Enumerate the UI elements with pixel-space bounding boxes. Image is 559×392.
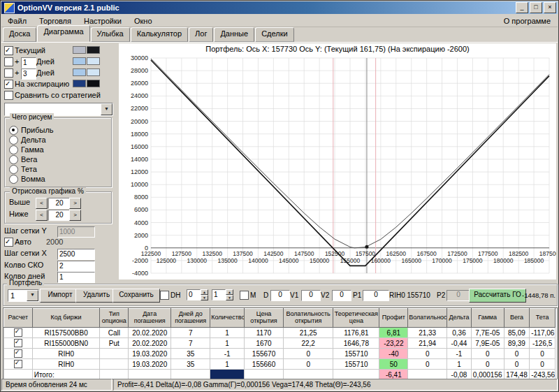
table-cell[interactable] [100, 359, 129, 370]
radio-vomma[interactable] [9, 175, 18, 184]
table-cell[interactable]: -0,08 [447, 370, 472, 380]
row-calc-cell[interactable] [4, 349, 33, 359]
table-cell[interactable]: 85,09 [504, 328, 530, 338]
grid-step-x-input[interactable]: 2500 [57, 249, 95, 260]
radio-profit[interactable] [9, 126, 18, 135]
table-cell[interactable]: 22,2 [284, 338, 333, 349]
table-cell[interactable] [245, 370, 284, 380]
cko-count-input[interactable]: 2 [57, 261, 95, 272]
column-header[interactable]: Вега [504, 309, 530, 328]
table-cell[interactable]: 6,81 [379, 328, 408, 338]
compare-strategy-checkbox[interactable] [4, 91, 13, 100]
chevron-down-icon[interactable]: ▼ [101, 103, 112, 115]
row-checkbox[interactable] [14, 360, 22, 368]
v2-input[interactable]: 0 [332, 290, 351, 301]
below-increase-button[interactable]: > [69, 210, 81, 221]
p2-input[interactable]: 0 [447, 290, 470, 301]
close-button[interactable]: × [544, 2, 556, 13]
table-cell[interactable]: 20.02.2020 [129, 338, 171, 349]
table-cell[interactable]: 0 [504, 359, 530, 370]
chevron-down-icon[interactable]: ▼ [27, 290, 38, 301]
table-cell[interactable]: 1176,81 [333, 328, 379, 338]
plus1-days-input[interactable]: 1 [21, 57, 36, 68]
plus3-checkbox[interactable] [4, 68, 13, 78]
table-cell[interactable] [333, 370, 379, 380]
table-cell[interactable]: 155660 [245, 359, 284, 370]
radio-vega[interactable] [9, 155, 18, 164]
table-cell[interactable]: 19.03.2020 [129, 349, 171, 359]
spin-up-icon[interactable]: ▲ [201, 289, 208, 295]
table-cell[interactable]: 35 [171, 349, 210, 359]
table-cell[interactable]: 1 [210, 338, 245, 349]
column-header[interactable]: Теоретическая цена [333, 309, 379, 328]
table-cell[interactable]: 7 [171, 328, 210, 338]
m-checkbox[interactable] [240, 291, 249, 300]
payoff-chart[interactable]: -4000-2000020004000600080001000012000140… [119, 55, 556, 279]
import-button[interactable]: Импорт [40, 289, 80, 303]
spinner-2[interactable]: 1 ▲▼ [212, 289, 233, 300]
plus1-color-swatch-2[interactable] [87, 57, 100, 65]
tab-ulybka[interactable]: Улыбка [91, 27, 130, 42]
table-cell[interactable]: Call [100, 328, 129, 338]
table-cell[interactable] [171, 370, 210, 380]
radio-delta[interactable] [9, 136, 18, 145]
v1-input[interactable]: 0 [301, 290, 321, 301]
tab-kalkulyator[interactable]: Калькулятор [131, 27, 188, 42]
table-cell[interactable]: -40 [379, 349, 408, 359]
table-cell[interactable]: RIH0 [32, 359, 100, 370]
table-cell[interactable]: -1 [210, 349, 245, 359]
expiration-checkbox[interactable] [4, 80, 13, 89]
table-cell[interactable]: 0 [408, 359, 447, 370]
table-cell[interactable]: RI155000BN0 [32, 338, 100, 349]
column-header[interactable]: Тета [530, 309, 556, 328]
tab-diagramma[interactable]: Диаграмма [37, 25, 89, 42]
table-cell[interactable]: 1170 [245, 328, 284, 338]
table-cell[interactable]: 20.02.2020 [129, 328, 171, 338]
tab-log[interactable]: Лог [189, 27, 213, 42]
below-value[interactable]: 20 [48, 210, 71, 221]
column-header[interactable]: Дней до погашения [171, 309, 210, 328]
column-header[interactable]: Гамма [471, 309, 504, 328]
plus3-color-swatch-1[interactable] [73, 68, 86, 76]
spinner-1[interactable]: 0 ▲▼ [187, 289, 208, 300]
auto-grid-checkbox[interactable] [4, 238, 13, 247]
spin-down-icon[interactable]: ▼ [201, 295, 208, 300]
dh-checkbox[interactable] [160, 291, 169, 300]
table-cell[interactable]: 21,25 [284, 328, 333, 338]
plus1-color-swatch-1[interactable] [73, 57, 86, 65]
table-cell[interactable]: 0 [530, 359, 556, 370]
row-calc-cell[interactable] [4, 359, 33, 370]
expiration-color-swatch-2[interactable] [87, 80, 100, 87]
table-cell[interactable]: 0,36 [447, 328, 472, 338]
row-checkbox[interactable] [14, 328, 22, 337]
spin-down-icon[interactable]: ▼ [226, 295, 233, 300]
table-cell[interactable]: 0 [471, 359, 504, 370]
maximize-button[interactable]: □ [530, 2, 542, 13]
table-cell[interactable]: 7,7E-05 [471, 328, 504, 338]
row-calc-cell[interactable] [4, 370, 33, 380]
calc-margin-button[interactable]: Рассчитать ГО [469, 289, 526, 303]
table-cell[interactable]: 0 [504, 349, 530, 359]
plus3-days-input[interactable]: 3 [21, 68, 36, 80]
table-cell[interactable]: -117,06 [530, 328, 556, 338]
table-cell[interactable]: 7,9E-05 [471, 338, 504, 349]
table-cell[interactable]: RIH0 [32, 349, 100, 359]
spinner-1-value[interactable]: 0 [187, 289, 201, 300]
above-decrease-button[interactable]: < [36, 198, 48, 209]
radio-gamma[interactable] [9, 145, 18, 154]
row-calc-cell[interactable] [4, 338, 33, 349]
grid-step-y-input[interactable]: 1000 [57, 226, 95, 238]
table-cell[interactable]: 155710 [333, 349, 379, 359]
current-checkbox[interactable] [4, 46, 13, 55]
table-cell[interactable]: RI157500BB0 [32, 328, 100, 338]
column-header[interactable]: Количество [210, 309, 245, 328]
table-cell[interactable]: 155710 [333, 359, 379, 370]
save-button[interactable]: Сохранить [112, 289, 160, 303]
table-cell[interactable]: 0 [530, 349, 556, 359]
minimize-button[interactable]: _ [516, 2, 528, 13]
menu-item-window[interactable]: Окно [128, 15, 159, 27]
row-checkbox[interactable] [14, 349, 22, 358]
table-cell[interactable]: 0,000156 [471, 370, 504, 380]
table-cell[interactable]: 35 [171, 359, 210, 370]
table-cell[interactable]: 0 [471, 349, 504, 359]
